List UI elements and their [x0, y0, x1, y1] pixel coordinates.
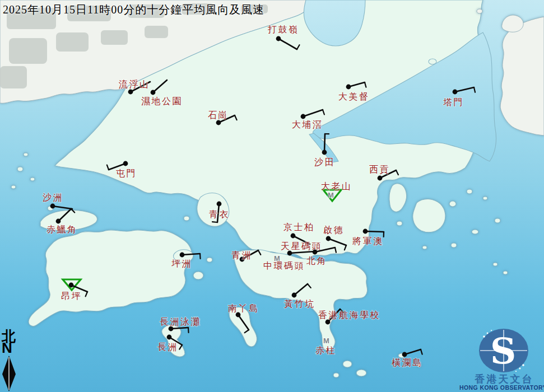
station-waglan-island: 橫瀾島 — [392, 349, 423, 368]
wind-barb-shaft — [182, 254, 200, 255]
wind-barb-tick — [212, 222, 217, 222]
wind-barb-shaft — [278, 39, 297, 49]
wind-barb-shaft — [290, 251, 315, 253]
station-label: 京士柏 — [283, 222, 315, 232]
station-label: 大美督 — [338, 91, 370, 102]
station-label: 長洲 — [157, 342, 178, 352]
station-hk-sea-school: 香港航海學校 — [318, 309, 380, 324]
wind-barb-shaft — [348, 82, 365, 87]
station-sai-kung: 西貢 — [369, 164, 398, 180]
station-ta-kwu-ling: 打鼓嶺 — [267, 24, 299, 49]
wind-barb-shaft — [303, 110, 323, 116]
wind-barb-shaft — [294, 284, 308, 295]
station-tai-mei-tuk: 大美督 — [338, 82, 370, 102]
station-dot — [69, 283, 74, 288]
wind-barb-tick — [308, 284, 311, 288]
wind-barb-tick — [179, 345, 182, 349]
station-label: 香港航海學校 — [318, 310, 380, 320]
station-lamma-island: 南丫島 — [228, 303, 259, 333]
station-label: 沙洲 — [43, 192, 63, 203]
station-dot — [402, 352, 407, 357]
station-label: 流浮山 — [119, 79, 150, 90]
station-label: 青洲 — [231, 250, 252, 260]
station-label: 昂坪 — [61, 291, 82, 301]
wind-barb-tick — [200, 254, 201, 259]
wind-barb-shaft — [328, 239, 346, 245]
missing-data-flag: M — [328, 191, 334, 199]
wind-barb-tick — [188, 328, 189, 333]
station-lau-fau-shan: 流浮山 — [119, 79, 150, 94]
compass-north-letter: N — [2, 340, 12, 355]
station-central-pier: M中環碼頭 — [263, 254, 305, 271]
station-tseung-kwan-o: 將軍澳 — [352, 229, 384, 246]
station-label: 啟德 — [323, 225, 344, 235]
station-tap-mun: 塔門 — [443, 87, 475, 108]
station-dot — [180, 253, 185, 258]
station-dot — [291, 234, 296, 239]
station-dot — [151, 90, 156, 95]
station-sha-chau: 沙洲 — [43, 192, 72, 209]
station-label: 大埔滘 — [292, 119, 323, 130]
station-label: 長洲泳灘 — [160, 316, 201, 327]
station-tuen-mun: 屯門 — [107, 161, 137, 179]
station-label: 濕地公園 — [141, 96, 183, 106]
station-label: 西貢 — [369, 164, 390, 175]
station-label: 南丫島 — [228, 303, 259, 314]
station-label: 坪洲 — [171, 258, 192, 269]
wind-barb-tick — [245, 330, 249, 333]
station-stanley: M赤柱 — [315, 337, 336, 356]
missing-data-flag: M — [323, 337, 329, 345]
station-dot — [216, 120, 221, 125]
wind-barb-tick — [297, 45, 299, 49]
wind-barb-shaft — [53, 206, 72, 209]
map-canvas: S 打鼓嶺流浮山濕地公園石崗大美督塔門大埔滘沙田西貢M大老山屯門沙洲赤鱲角青衣京… — [0, 0, 544, 392]
wind-barb-shaft — [171, 328, 188, 329]
station-tsing-yi: 青衣 — [209, 202, 230, 222]
station-dot — [363, 229, 368, 234]
station-label: 中環碼頭 — [263, 260, 305, 271]
station-label: 將軍澳 — [352, 236, 384, 246]
station-dot — [123, 161, 128, 166]
station-label: 橫瀾島 — [392, 357, 423, 368]
station-chek-lap-kok: 赤鱲角 — [47, 209, 78, 235]
wind-barb-shaft — [238, 315, 249, 330]
station-dot — [346, 85, 351, 90]
wind-barb-shaft — [365, 231, 384, 232]
station-label: 屯門 — [116, 168, 137, 179]
station-dot — [453, 90, 458, 95]
station-label: 石崗 — [208, 110, 229, 120]
station-dot — [326, 236, 331, 241]
station-label: 打鼓嶺 — [267, 24, 299, 35]
wind-barb-tick — [71, 209, 75, 213]
wind-barb-tick — [365, 82, 366, 87]
station-dot — [217, 202, 222, 207]
station-dot — [50, 204, 55, 209]
station-dot — [322, 150, 327, 155]
station-label: 沙田 — [314, 157, 335, 167]
station-kai-tak: 啟德 — [323, 225, 346, 250]
station-shek-kong: 石崗 — [208, 110, 237, 125]
station-sha-tin: 沙田 — [314, 134, 335, 167]
map-title: 2025年10月15日11時00分的十分鐘平均風向及風速 — [3, 2, 264, 17]
observatory-name-english: HONG KONG OBSERVATORY — [459, 384, 544, 391]
wind-barb-tick — [345, 245, 346, 250]
stations-layer: 打鼓嶺流浮山濕地公園石崗大美督塔門大埔滘沙田西貢M大老山屯門沙洲赤鱲角青衣京士柏… — [0, 0, 544, 392]
station-dot — [292, 293, 297, 298]
station-dot — [167, 335, 172, 340]
wind-barb-shaft — [455, 87, 474, 92]
station-peng-chau: 坪洲 — [171, 253, 201, 269]
station-wong-chuk-hang: 黃竹坑 — [284, 284, 315, 309]
station-dot — [276, 36, 281, 41]
station-cheung-chau-beach: 長洲泳灘 — [160, 316, 201, 333]
station-label: 赤柱 — [315, 345, 336, 356]
wind-barb-tick — [107, 165, 109, 170]
wind-barb-tick — [474, 87, 475, 92]
wind-barb-tick — [258, 250, 261, 255]
station-tates-cairn: M大老山 — [321, 181, 352, 201]
wind-barb-shaft — [58, 209, 71, 221]
station-label: 青衣 — [209, 209, 230, 220]
station-dot — [313, 250, 318, 255]
wind-barb-tick — [396, 170, 398, 175]
station-dot — [128, 90, 133, 95]
wind-barb-tick — [235, 115, 237, 120]
